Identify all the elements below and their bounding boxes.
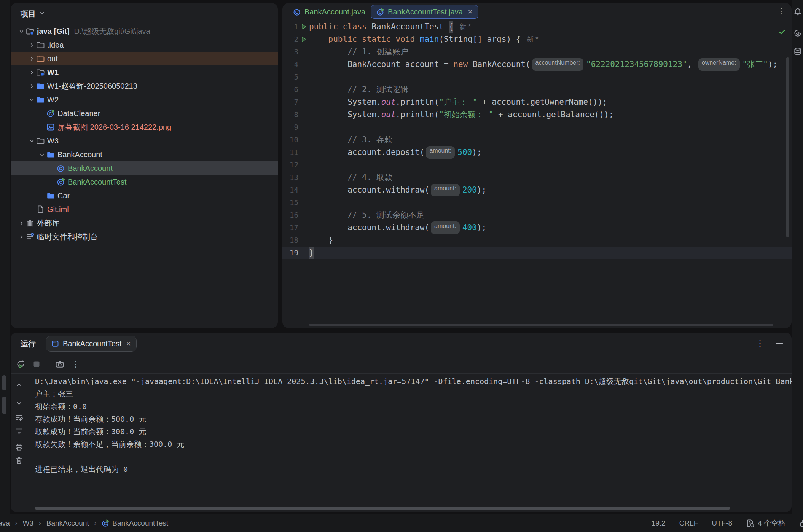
run-tab-bankaccounttest[interactable]: BankAccountTest × bbox=[46, 336, 137, 352]
file-encoding[interactable]: UTF-8 bbox=[712, 519, 732, 527]
tree-item-datacleaner[interactable]: CDataCleaner bbox=[11, 107, 278, 120]
chevron-down-icon[interactable] bbox=[27, 138, 36, 144]
console-output[interactable]: D:\Java\bin\java.exe "-javaagent:D:\IDEA… bbox=[35, 375, 792, 505]
tree-item--idea[interactable]: .idea bbox=[11, 38, 278, 52]
run-panel-more-icon[interactable]: ⋮ bbox=[756, 339, 764, 348]
code-text: // 1. 创建账户 bbox=[347, 46, 408, 58]
scroll-down-icon[interactable] bbox=[15, 398, 23, 406]
chevron-right-icon[interactable] bbox=[17, 220, 26, 226]
folder-blue-icon bbox=[36, 82, 45, 90]
editor-horizontal-scrollbar[interactable] bbox=[309, 324, 773, 326]
tree-item--2026-03-16-214222-png[interactable]: 屏幕截图 2026-03-16 214222.png bbox=[11, 120, 278, 134]
code-text: "6222021234567890123" bbox=[586, 58, 687, 71]
console-horizontal-scrollbar[interactable] bbox=[35, 507, 730, 510]
code-line-13[interactable]: 13 // 4. 取款 bbox=[282, 171, 792, 184]
close-icon[interactable]: × bbox=[468, 8, 473, 16]
code-text: account.withdraw( bbox=[309, 184, 429, 196]
code-line-9[interactable]: 9 bbox=[282, 121, 792, 134]
code-line-14[interactable]: 14 account.withdraw(amount:200); bbox=[282, 184, 792, 196]
scroll-up-icon[interactable] bbox=[15, 382, 23, 390]
more-icon[interactable]: ⋮ bbox=[71, 360, 80, 369]
editor-tab-bankaccounttest-java[interactable]: CBankAccountTest.java× bbox=[371, 5, 478, 19]
tree-item-out[interactable]: out bbox=[11, 52, 278, 65]
code-line-8[interactable]: 8 System.out.println("初始余额： " + account.… bbox=[282, 108, 792, 121]
rerun-icon[interactable] bbox=[16, 360, 25, 369]
tree-item-w1-202506050213[interactable]: W1-赵盈辉-202506050213 bbox=[11, 79, 278, 93]
breadcrumb-w3[interactable]: W3 bbox=[23, 519, 34, 527]
tree-item-bankaccount[interactable]: BankAccount bbox=[11, 148, 278, 161]
indent-setting[interactable]: 4 个空格 bbox=[746, 518, 785, 528]
breadcrumb-java[interactable]: java bbox=[0, 519, 10, 527]
code-line-2[interactable]: 2 public static void main(String[] args)… bbox=[282, 33, 792, 46]
chevron-right-icon[interactable] bbox=[27, 83, 36, 89]
code-line-17[interactable]: 17 account.withdraw(amount:400); bbox=[282, 221, 792, 234]
editor-vertical-scrollbar[interactable] bbox=[786, 57, 789, 237]
code-line-15[interactable]: 15 bbox=[282, 196, 792, 209]
code-line-16[interactable]: 16 // 5. 测试余额不足 bbox=[282, 209, 792, 221]
tree-item-java-git-[interactable]: java [Git]D:\超级无敌git\Git\java bbox=[11, 24, 278, 38]
code-line-4[interactable]: 4 BankAccount account = new BankAccount(… bbox=[282, 58, 792, 71]
breadcrumb-bankaccounttest[interactable]: BankAccountTest bbox=[112, 519, 168, 527]
toolwindow-stub-button[interactable] bbox=[2, 375, 6, 390]
print-icon[interactable] bbox=[15, 443, 23, 451]
code-line-18[interactable]: 18 } bbox=[282, 234, 792, 247]
code-line-5[interactable]: 5 bbox=[282, 71, 792, 83]
code-line-19[interactable]: 19} bbox=[282, 247, 792, 259]
scroll-to-end-icon[interactable] bbox=[15, 427, 23, 435]
left-toolwindow-stripe bbox=[0, 0, 10, 514]
code-line-12[interactable]: 12 bbox=[282, 159, 792, 171]
chevron-right-icon[interactable] bbox=[27, 69, 36, 76]
folder-blue-icon bbox=[46, 150, 55, 159]
code-editor[interactable]: 1public class BankAccountTest {新 *2 publ… bbox=[282, 21, 792, 328]
ai-assistant-icon[interactable] bbox=[793, 29, 802, 37]
unlock-icon[interactable] bbox=[799, 519, 803, 527]
tree-item--[interactable]: 外部库 bbox=[11, 216, 278, 230]
snapshot-icon[interactable] bbox=[55, 360, 64, 369]
tree-item-bankaccounttest[interactable]: CBankAccountTest bbox=[11, 175, 278, 189]
run-line-icon[interactable] bbox=[298, 21, 309, 33]
stop-icon[interactable] bbox=[32, 360, 41, 369]
chevron-right-icon[interactable] bbox=[17, 234, 26, 240]
gutter-spacer bbox=[298, 221, 309, 234]
tree-item-w1[interactable]: W1 bbox=[11, 65, 278, 79]
code-line-10[interactable]: 10 // 3. 存款 bbox=[282, 134, 792, 146]
chevron-right-icon[interactable] bbox=[27, 56, 36, 62]
run-line-icon[interactable] bbox=[298, 33, 309, 46]
chevron-down-icon[interactable] bbox=[27, 97, 36, 103]
tree-item-w3[interactable]: W3 bbox=[11, 134, 278, 148]
close-icon[interactable]: × bbox=[126, 339, 131, 348]
line-separator[interactable]: CRLF bbox=[679, 519, 698, 527]
tree-item-git-iml[interactable]: Git.iml bbox=[11, 202, 278, 216]
tree-item--[interactable]: 临时文件和控制台 bbox=[11, 230, 278, 244]
toolwindow-stub-button[interactable] bbox=[2, 397, 6, 414]
code-line-6[interactable]: 6 // 2. 测试逻辑 bbox=[282, 83, 792, 96]
gutter-spacer bbox=[298, 83, 309, 96]
line-number: 6 bbox=[282, 83, 298, 96]
database-icon[interactable] bbox=[793, 47, 802, 56]
code-line-1[interactable]: 1public class BankAccountTest {新 * bbox=[282, 21, 792, 33]
tab-label: BankAccountTest.java bbox=[388, 8, 463, 16]
tree-item-bankaccount[interactable]: CBankAccount bbox=[11, 161, 278, 175]
breadcrumb-bankaccount[interactable]: BankAccount bbox=[46, 519, 89, 527]
code-text: // 3. 存款 bbox=[347, 134, 392, 146]
project-tree: java [Git]D:\超级无敌git\Git\java.ideaoutW1W… bbox=[11, 24, 278, 244]
notifications-icon[interactable] bbox=[793, 8, 802, 16]
tree-item-w2[interactable]: W2 bbox=[11, 93, 278, 107]
code-line-7[interactable]: 7 System.out.println("户主： " + account.ge… bbox=[282, 96, 792, 108]
chevron-right-icon[interactable] bbox=[27, 42, 36, 48]
parameter-hint: amount: bbox=[431, 184, 460, 196]
clear-icon[interactable] bbox=[15, 456, 23, 465]
caret-position[interactable]: 19:2 bbox=[652, 519, 666, 527]
soft-wrap-icon[interactable] bbox=[15, 413, 23, 422]
run-panel-header: 运行 BankAccountTest × ⋮ bbox=[11, 333, 792, 355]
chevron-down-icon[interactable] bbox=[37, 151, 46, 158]
editor-more-icon[interactable]: ⋮ bbox=[777, 7, 785, 15]
parameter-hint: ownerName: bbox=[698, 58, 740, 71]
tree-item-car[interactable]: Car bbox=[11, 189, 278, 202]
run-panel-hide-icon[interactable] bbox=[776, 343, 783, 344]
editor-tab-bankaccount-java[interactable]: CBankAccount.java bbox=[288, 5, 371, 18]
code-line-11[interactable]: 11 account.deposit(amount:500); bbox=[282, 146, 792, 159]
code-line-3[interactable]: 3 // 1. 创建账户 bbox=[282, 46, 792, 58]
project-panel-header[interactable]: 项目 bbox=[11, 3, 278, 24]
chevron-down-icon[interactable] bbox=[17, 28, 26, 35]
